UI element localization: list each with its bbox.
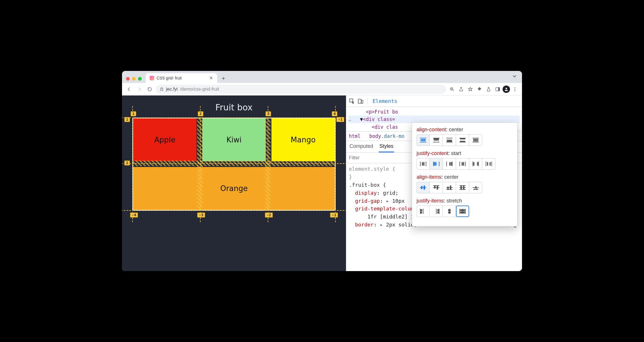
- svg-point-4: [515, 87, 515, 88]
- panel-tab-elements[interactable]: Elements: [371, 97, 399, 105]
- svg-rect-8: [358, 99, 361, 103]
- popover-label: justify-items: stretch: [417, 198, 513, 204]
- svg-rect-40: [449, 162, 450, 166]
- reload-button[interactable]: [145, 85, 154, 94]
- svg-rect-33: [423, 162, 424, 166]
- popover-label: align-items: center: [417, 174, 513, 180]
- devtools-toolbar: Elements: [346, 96, 522, 107]
- col-label: 3: [265, 111, 271, 116]
- window-controls: [124, 77, 145, 83]
- row-label: -1: [336, 117, 344, 122]
- url-path: /demo/css-grid-fruit: [180, 87, 219, 92]
- svg-rect-16: [434, 138, 439, 139]
- align-option-jc-center[interactable]: [456, 158, 469, 170]
- share-button[interactable]: [457, 85, 465, 94]
- svg-rect-44: [462, 162, 463, 166]
- browser-tab[interactable]: CSS grid- fruit ✕: [146, 73, 217, 83]
- align-option-jc-pack[interactable]: [417, 158, 430, 170]
- extensions-button[interactable]: [475, 85, 484, 94]
- close-window-button[interactable]: [126, 77, 130, 81]
- align-option-jc-around[interactable]: [482, 158, 495, 170]
- svg-rect-12: [421, 139, 426, 140]
- align-option-ac-between[interactable]: [456, 134, 469, 146]
- align-option-ai-start[interactable]: [430, 182, 443, 193]
- minimize-window-button[interactable]: [132, 77, 136, 81]
- svg-rect-69: [463, 186, 464, 190]
- svg-rect-83: [448, 212, 451, 213]
- svg-rect-20: [447, 140, 452, 141]
- address-bar[interactable]: jec.fyi/demo/css-grid-fruit: [156, 85, 446, 94]
- svg-rect-2: [498, 88, 500, 91]
- tab-strip: CSS grid- fruit ✕ ＋: [122, 71, 522, 83]
- svg-rect-29: [473, 140, 478, 141]
- col-label: 2: [198, 111, 203, 116]
- popover-label: align-content: center: [417, 127, 513, 133]
- svg-rect-68: [461, 186, 462, 190]
- row-label: 2: [124, 160, 130, 166]
- popover-group-justify-items: justify-items: stretch: [417, 198, 513, 217]
- svg-rect-79: [437, 212, 439, 213]
- svg-rect-63: [447, 187, 449, 190]
- svg-rect-13: [421, 140, 426, 141]
- align-option-jc-end[interactable]: [443, 158, 456, 170]
- svg-rect-17: [434, 140, 439, 140]
- svg-rect-48: [473, 162, 474, 166]
- col-label: 1: [131, 111, 136, 116]
- labs-button[interactable]: [484, 85, 493, 94]
- svg-rect-64: [450, 186, 451, 190]
- lock-icon: [160, 87, 164, 91]
- align-option-ac-end[interactable]: [443, 134, 456, 146]
- align-option-ac-around[interactable]: [469, 134, 482, 146]
- col-label-neg: -1: [330, 212, 338, 218]
- align-option-ji-start[interactable]: [417, 206, 430, 217]
- profile-button[interactable]: [503, 85, 510, 93]
- align-option-ai-stretch[interactable]: [456, 182, 469, 193]
- back-button[interactable]: [125, 85, 133, 94]
- svg-rect-88: [463, 209, 465, 211]
- svg-rect-82: [448, 209, 451, 211]
- align-option-ac-center[interactable]: [417, 134, 430, 146]
- tab-close-button[interactable]: ✕: [209, 75, 213, 81]
- forward-button[interactable]: [135, 85, 144, 94]
- popover-label: justify-content: start: [417, 150, 513, 156]
- align-option-ji-end[interactable]: [430, 206, 443, 217]
- cell-orange: Orange: [133, 167, 335, 210]
- tabstrip-dropdown-button[interactable]: [512, 74, 517, 78]
- col-label-neg: -3: [197, 212, 205, 218]
- favicon-icon: [150, 76, 154, 80]
- align-option-ji-stretch[interactable]: [456, 206, 469, 217]
- subtab-computed[interactable]: Computed: [349, 141, 374, 152]
- svg-rect-89: [460, 212, 462, 213]
- align-option-ai-baseline[interactable]: A: [469, 182, 482, 193]
- svg-rect-56: [424, 186, 425, 190]
- sidepanel-button[interactable]: [493, 85, 502, 94]
- zoom-button[interactable]: [448, 85, 456, 94]
- svg-rect-53: [490, 162, 491, 166]
- maximize-window-button[interactable]: [138, 77, 142, 81]
- bookmark-button[interactable]: [466, 85, 475, 94]
- svg-rect-49: [477, 162, 478, 166]
- flex-grid-editor-popover: align-content: centerjustify-content: st…: [412, 122, 517, 226]
- new-tab-button[interactable]: ＋: [219, 74, 227, 82]
- ellipsis-icon: …: [348, 116, 351, 122]
- menu-button[interactable]: [511, 85, 519, 94]
- svg-rect-52: [487, 162, 488, 166]
- align-option-ac-start[interactable]: [430, 134, 443, 146]
- svg-rect-9: [361, 100, 363, 103]
- rendered-page: Fruit box Apple Kiwi Mango Orange 1 2: [122, 96, 346, 271]
- align-option-ai-end[interactable]: [443, 182, 456, 193]
- subtab-styles[interactable]: Styles: [379, 141, 394, 152]
- align-option-jc-start[interactable]: [430, 158, 443, 170]
- grid-overlay-wrap: Apple Kiwi Mango Orange 1 2 3 4 1 2 -1 -…: [132, 118, 336, 211]
- align-option-ai-center[interactable]: [417, 182, 430, 193]
- align-option-jc-between[interactable]: [469, 158, 482, 170]
- inspect-button[interactable]: [349, 98, 355, 104]
- svg-point-5: [515, 89, 515, 90]
- device-toggle-button[interactable]: [357, 98, 364, 104]
- row-label: 1: [124, 117, 130, 122]
- svg-rect-60: [437, 186, 438, 190]
- svg-rect-21: [447, 141, 452, 142]
- align-option-ji-center[interactable]: [443, 206, 456, 217]
- toolbar: jec.fyi/demo/css-grid-fruit: [122, 83, 522, 96]
- svg-rect-55: [421, 186, 422, 189]
